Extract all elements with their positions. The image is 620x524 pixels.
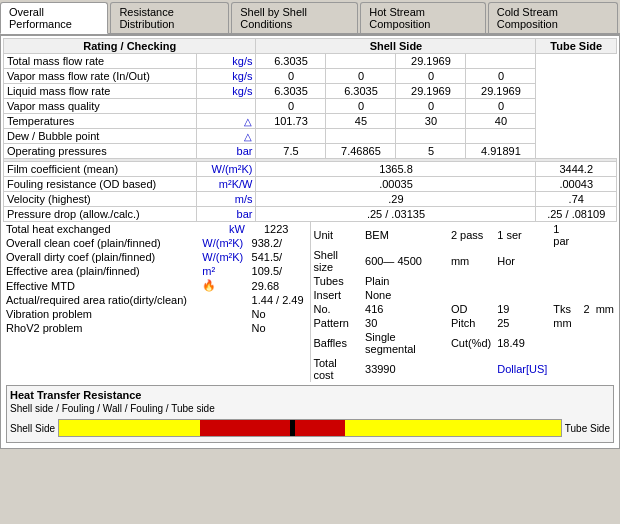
row-value: 6.3035 xyxy=(256,54,326,69)
list-item: Effective area (plain/finned)m²109.5/ xyxy=(3,264,310,278)
table-row: Total mass flow ratekg/s6.303529.1969 xyxy=(4,54,617,69)
table-row: Vapor mass quality0000 xyxy=(4,99,617,114)
col-tube-side: Tube Side xyxy=(536,39,617,54)
bar-segment-shell-side xyxy=(59,420,199,436)
row-value: 0 xyxy=(326,99,396,114)
row-value: 5 xyxy=(396,144,466,159)
row-unit: bar xyxy=(197,144,256,159)
film-shell-val: .29 xyxy=(256,192,536,207)
total-heat-val: 1223 xyxy=(261,222,310,236)
film-unit: W/(m²K) xyxy=(197,162,256,177)
bar-segment-tube-side xyxy=(345,420,561,436)
list-item: Vibration problemNo xyxy=(3,307,310,321)
row-value: 6.3035 xyxy=(326,84,396,99)
row-value: 29.1969 xyxy=(396,84,466,99)
row-value: 7.5 xyxy=(256,144,326,159)
row-label: Temperatures xyxy=(4,114,197,129)
bar-segment-fouling-cold xyxy=(295,420,345,436)
left-sub-table: Total heat exchanged kW 1223 xyxy=(3,222,310,236)
total-heat-row: Total heat exchanged kW 1223 xyxy=(3,222,310,236)
right-panel: UnitBEM2 pass1 ser1 parShell size600— 45… xyxy=(311,222,618,382)
film-row: Velocity (highest)m/s.29.74 xyxy=(4,192,617,207)
list-item: Overall dirty coef (plain/finned)W/(m²K)… xyxy=(3,250,310,264)
list-item: Total cost33990Dollar[US] xyxy=(311,356,618,382)
film-tube-val: .25 / .08109 xyxy=(536,207,617,222)
film-shell-val: 1365.8 xyxy=(256,162,536,177)
row-unit: △ xyxy=(197,114,256,129)
row-value: 101.73 xyxy=(256,114,326,129)
row-value: 7.46865 xyxy=(326,144,396,159)
total-heat-label: Total heat exchanged xyxy=(3,222,226,236)
row-value: 0 xyxy=(256,99,326,114)
film-tube-val: .00043 xyxy=(536,177,617,192)
row-value xyxy=(256,129,326,144)
row-unit: kg/s xyxy=(197,54,256,69)
right-detail-table: UnitBEM2 pass1 ser1 parShell size600— 45… xyxy=(311,222,618,382)
row-unit: kg/s xyxy=(197,84,256,99)
tab-hot-stream[interactable]: Hot Stream Composition xyxy=(360,2,485,33)
film-tube-val: .74 xyxy=(536,192,617,207)
bottom-section: Total heat exchanged kW 1223 Overall cle… xyxy=(3,222,617,382)
film-tube-val: 3444.2 xyxy=(536,162,617,177)
list-item: InsertNone xyxy=(311,288,618,302)
film-label: Pressure drop (allow./calc.) xyxy=(4,207,197,222)
col-shell-side: Shell Side xyxy=(256,39,536,54)
row-value: 29.1969 xyxy=(466,84,536,99)
table-row: Vapor mass flow rate (In/Out)kg/s0000 xyxy=(4,69,617,84)
film-row: Film coefficient (mean)W/(m²K)1365.83444… xyxy=(4,162,617,177)
row-value: 45 xyxy=(326,114,396,129)
bar-segment-fouling-hot xyxy=(200,420,290,436)
row-value: 30 xyxy=(396,114,466,129)
row-label: Liquid mass flow rate xyxy=(4,84,197,99)
list-item: Effective MTD🔥29.68 xyxy=(3,278,310,293)
tab-overall-performance[interactable]: Overall Performance xyxy=(0,2,108,34)
row-value: 40 xyxy=(466,114,536,129)
film-shell-val: .25 / .03135 xyxy=(256,207,536,222)
film-label: Fouling resistance (OD based) xyxy=(4,177,197,192)
list-item: Actual/required area ratio(dirty/clean)1… xyxy=(3,293,310,307)
bar-label-right: Tube Side xyxy=(565,423,610,434)
list-item: BafflesSingle segmentalCut(%d)18.49 xyxy=(311,330,618,356)
main-table: Rating / Checking Shell Side Tube Side T… xyxy=(3,38,617,222)
row-label: Vapor mass quality xyxy=(4,99,197,114)
list-item: No.416OD19Tks2mm xyxy=(311,302,618,316)
list-item: Overall clean coef (plain/finned)W/(m²K)… xyxy=(3,236,310,250)
left-panel: Total heat exchanged kW 1223 Overall cle… xyxy=(3,222,311,382)
bar-label-left: Shell Side xyxy=(10,423,55,434)
list-item: RhoV2 problemNo xyxy=(3,321,310,335)
film-label: Velocity (highest) xyxy=(4,192,197,207)
tab-bar: Overall Performance Resistance Distribut… xyxy=(0,0,620,35)
tab-cold-stream[interactable]: Cold Stream Composition xyxy=(488,2,618,33)
heat-transfer-bar-container: Shell Side Tube Side xyxy=(10,417,610,439)
list-item: Pattern30Pitch25mm xyxy=(311,316,618,330)
row-value xyxy=(326,129,396,144)
film-unit: m/s xyxy=(197,192,256,207)
tab-shell-by-shell[interactable]: Shell by Shell Conditions xyxy=(231,2,358,33)
heat-transfer-label: Shell side / Fouling / Wall / Fouling / … xyxy=(10,403,610,414)
film-unit: m²K/W xyxy=(197,177,256,192)
left-detail-table: Overall clean coef (plain/finned)W/(m²K)… xyxy=(3,236,310,335)
heat-transfer-box: Heat Transfer Resistance Shell side / Fo… xyxy=(6,385,614,443)
row-unit: kg/s xyxy=(197,69,256,84)
table-row: Operating pressuresbar7.57.4686554.91891 xyxy=(4,144,617,159)
tab-resistance-distribution[interactable]: Resistance Distribution xyxy=(110,2,229,33)
row-value xyxy=(466,129,536,144)
film-row: Fouling resistance (OD based)m²K/W.00035… xyxy=(4,177,617,192)
row-value: 0 xyxy=(326,69,396,84)
film-row: Pressure drop (allow./calc.)bar.25 / .03… xyxy=(4,207,617,222)
row-label: Dew / Bubble point xyxy=(4,129,197,144)
heat-transfer-title: Heat Transfer Resistance xyxy=(10,389,610,401)
table-row: Liquid mass flow ratekg/s6.30356.303529.… xyxy=(4,84,617,99)
row-label: Operating pressures xyxy=(4,144,197,159)
row-value: 0 xyxy=(466,69,536,84)
row-value: 0 xyxy=(466,99,536,114)
row-value: 0 xyxy=(396,69,466,84)
table-header: Rating / Checking Shell Side Tube Side xyxy=(4,39,617,54)
row-value: 0 xyxy=(396,99,466,114)
list-item: UnitBEM2 pass1 ser1 par xyxy=(311,222,618,248)
film-unit: bar xyxy=(197,207,256,222)
table-row: Temperatures△101.73453040 xyxy=(4,114,617,129)
list-item: Shell size600— 4500mmHor xyxy=(311,248,618,274)
main-content: Rating / Checking Shell Side Tube Side T… xyxy=(0,35,620,449)
row-value xyxy=(396,129,466,144)
